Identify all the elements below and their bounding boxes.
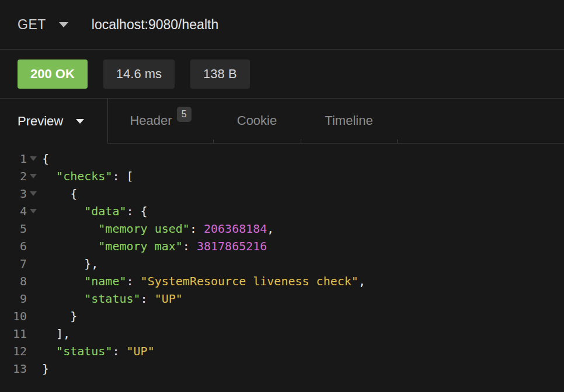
code-text: "memory max": 3817865216 — [42, 237, 267, 255]
fold-arrow-icon — [30, 209, 37, 214]
code-line: 7 }, — [0, 255, 564, 272]
tab-preview-dropdown[interactable]: Preview — [0, 99, 108, 144]
fold-gutter-empty — [27, 342, 42, 360]
code-text: } — [42, 307, 77, 325]
json-preview-editor[interactable]: 1{2 "checks": [3 {4 "data": {5 "memory u… — [0, 144, 564, 377]
rest-client-window: GET localhost:9080/health 200 OK 14.6 ms… — [0, 0, 564, 392]
line-number: 1 — [0, 150, 27, 167]
code-text: "status": "UP" — [42, 290, 183, 307]
code-text: { — [42, 150, 49, 167]
code-line: 5 "memory used": 206368184, — [0, 220, 564, 237]
request-bar: GET localhost:9080/health — [0, 0, 564, 50]
method-label: GET — [18, 17, 46, 33]
line-number: 13 — [0, 360, 27, 377]
code-text: ], — [42, 325, 70, 342]
fold-arrow-icon — [30, 191, 37, 196]
code-line: 8 "name": "SystemResource liveness check… — [0, 272, 564, 290]
fold-toggle[interactable] — [27, 185, 42, 202]
fold-gutter-empty — [27, 255, 42, 272]
line-number: 8 — [0, 272, 27, 290]
tab-timeline[interactable]: Timeline — [301, 99, 397, 144]
line-number: 4 — [0, 202, 27, 220]
code-line: 4 "data": { — [0, 202, 564, 220]
line-number: 3 — [0, 185, 27, 202]
tab-cookie-label: Cookie — [237, 113, 277, 128]
code-line: 6 "memory max": 3817865216 — [0, 237, 564, 255]
method-dropdown[interactable]: GET — [18, 17, 68, 33]
code-line: 3 { — [0, 185, 564, 202]
response-tab-bar: Preview Header 5 Cookie Timeline — [0, 99, 564, 144]
chevron-down-icon — [76, 119, 84, 124]
response-size-badge: 138 B — [190, 60, 250, 89]
url-input[interactable]: localhost:9080/health — [92, 17, 218, 33]
chevron-down-icon — [59, 22, 68, 27]
status-badge: 200 OK — [18, 60, 88, 89]
code-text: { — [42, 185, 77, 202]
code-line: 1{ — [0, 150, 564, 167]
fold-gutter-empty — [27, 307, 42, 325]
line-number: 10 — [0, 307, 27, 325]
code-line: 10 } — [0, 307, 564, 325]
fold-gutter-empty — [27, 220, 42, 237]
line-number: 9 — [0, 290, 27, 307]
code-line: 11 ], — [0, 325, 564, 342]
fold-gutter-empty — [27, 237, 42, 255]
code-text: "memory used": 206368184, — [42, 220, 274, 237]
response-time-badge: 14.6 ms — [103, 60, 175, 89]
line-number: 2 — [0, 167, 27, 185]
code-text: } — [42, 360, 49, 377]
tab-header[interactable]: Header 5 — [108, 99, 213, 144]
fold-arrow-icon — [30, 156, 37, 161]
code-line: 9 "status": "UP" — [0, 290, 564, 307]
fold-toggle[interactable] — [27, 150, 42, 167]
line-number: 6 — [0, 237, 27, 255]
code-text: "checks": [ — [42, 167, 134, 185]
tab-cookie[interactable]: Cookie — [213, 99, 301, 144]
fold-arrow-icon — [30, 174, 37, 178]
fold-gutter-empty — [27, 272, 42, 290]
tab-preview-label: Preview — [18, 114, 63, 129]
code-text: "status": "UP" — [42, 342, 155, 360]
line-number: 12 — [0, 342, 27, 360]
fold-toggle[interactable] — [27, 167, 42, 185]
code-line: 12 "status": "UP" — [0, 342, 564, 360]
line-number: 11 — [0, 325, 27, 342]
code-text: }, — [42, 255, 98, 272]
fold-gutter-empty — [27, 290, 42, 307]
line-number: 5 — [0, 220, 27, 237]
line-number: 7 — [0, 255, 27, 272]
code-text: "data": { — [42, 202, 148, 220]
code-line: 13} — [0, 360, 564, 377]
fold-toggle[interactable] — [27, 202, 42, 220]
code-line: 2 "checks": [ — [0, 167, 564, 185]
code-text: "name": "SystemResource liveness check", — [42, 272, 365, 290]
response-meta-bar: 200 OK 14.6 ms 138 B — [0, 50, 564, 99]
tab-header-label: Header — [130, 113, 172, 128]
tab-bar-filler — [397, 99, 564, 144]
header-count-badge: 5 — [177, 107, 192, 122]
fold-gutter-empty — [27, 325, 42, 342]
fold-gutter-empty — [27, 360, 42, 377]
tab-timeline-label: Timeline — [325, 113, 372, 128]
